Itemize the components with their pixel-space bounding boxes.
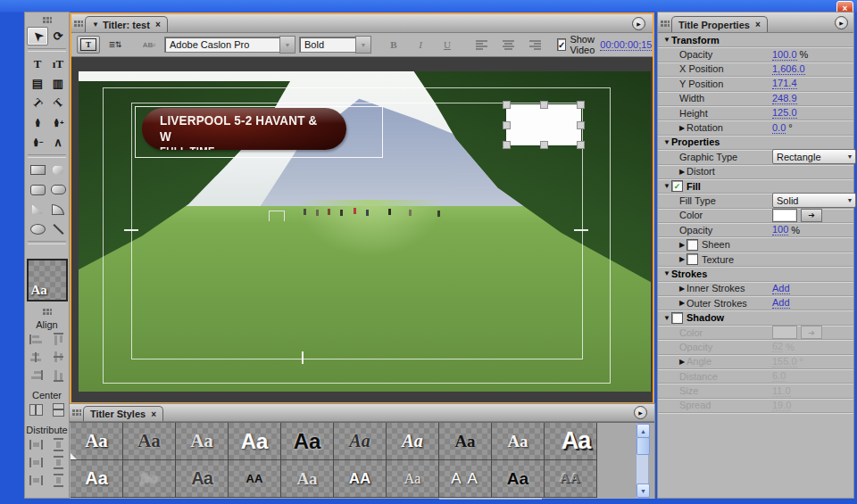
align-center-button[interactable]: [496, 36, 520, 54]
outer-strokes-disclosure-triangle[interactable]: ▶: [678, 299, 686, 307]
panel-grip[interactable]: [74, 21, 83, 28]
clipped-corner-rectangle-tool[interactable]: [47, 161, 69, 179]
rounded-corner-rectangle-tool[interactable]: [27, 180, 48, 199]
inner-strokes-add-link[interactable]: Add: [772, 283, 790, 294]
selected-rectangle-object[interactable]: [506, 104, 581, 145]
shadow-section-disclosure-triangle[interactable]: ▼: [662, 314, 671, 322]
width-value[interactable]: 248.9: [772, 93, 797, 104]
style-swatch[interactable]: Aa: [71, 460, 123, 498]
style-swatch[interactable]: fba: [123, 460, 176, 498]
vertical-distribute-top-button[interactable]: [49, 438, 67, 451]
horizontal-align-right-button[interactable]: [27, 368, 45, 382]
titler-panel-menu-button[interactable]: ▶: [632, 17, 645, 30]
bold-button[interactable]: B: [382, 36, 405, 54]
font-style-combo[interactable]: Bold ▼: [299, 37, 371, 53]
horizontal-distribute-center-button[interactable]: [27, 456, 45, 469]
strokes-section-disclosure-triangle[interactable]: ▼: [662, 269, 671, 277]
panel-grip[interactable]: [43, 17, 52, 24]
scrollbar-thumb[interactable]: [637, 437, 650, 455]
style-swatch[interactable]: AA: [545, 460, 597, 498]
distort-disclosure-triangle[interactable]: ▶: [678, 168, 686, 176]
fill-opacity-value[interactable]: 100: [772, 224, 788, 235]
y-position-value[interactable]: 171.4: [772, 78, 797, 89]
vertical-align-center-button[interactable]: [49, 351, 67, 364]
current-style-preview[interactable]: Aa: [27, 259, 68, 302]
resize-handle-w[interactable]: [503, 121, 511, 129]
rotation-disclosure-triangle[interactable]: ▶: [678, 124, 686, 132]
vertical-distribute-bottom-button[interactable]: [49, 474, 67, 487]
align-left-button[interactable]: [470, 36, 493, 54]
style-swatch[interactable]: Aa: [176, 423, 229, 460]
fill-section-disclosure-triangle[interactable]: ▼: [662, 182, 671, 190]
vertical-path-type-tool[interactable]: T: [47, 94, 69, 112]
selection-tool[interactable]: ➤: [27, 27, 48, 45]
style-swatch[interactable]: Aa: [176, 460, 229, 498]
video-frame[interactable]: LIVERPOOL 5-2 HAVANT & W FULL TIME: [79, 71, 651, 392]
style-swatch[interactable]: Aa: [71, 423, 123, 460]
fill-color-swatch[interactable]: [772, 209, 797, 222]
sheen-disclosure-triangle[interactable]: ▶: [678, 241, 686, 249]
line-tool[interactable]: [47, 219, 69, 238]
area-type-tool[interactable]: ▤: [27, 74, 48, 93]
templates-button[interactable]: AB c: [137, 36, 161, 54]
font-family-value[interactable]: Adobe Caslon Pro: [164, 37, 279, 53]
fill-color-eyedropper-button[interactable]: ➔: [801, 209, 822, 222]
properties-panel-menu-button[interactable]: ▶: [835, 16, 848, 29]
show-video-checkbox[interactable]: ✓: [557, 38, 566, 51]
horizontal-center-button[interactable]: [49, 403, 67, 417]
horizontal-align-left-button[interactable]: [27, 333, 45, 346]
font-style-value[interactable]: Bold: [299, 37, 355, 53]
panel-grip[interactable]: [661, 21, 670, 28]
titler-tab-close-icon[interactable]: ×: [155, 20, 161, 29]
horizontal-distribute-right-button[interactable]: [27, 474, 45, 487]
style-swatch[interactable]: Aa: [439, 423, 492, 460]
align-right-button[interactable]: [523, 36, 546, 54]
style-swatch[interactable]: AA: [334, 460, 387, 498]
properties-tab[interactable]: Title Properties ×: [671, 16, 768, 32]
rotation-tool[interactable]: ⟳: [47, 27, 69, 45]
x-position-value[interactable]: 1,606.0: [772, 63, 805, 75]
scroll-down-button[interactable]: ▼: [637, 483, 650, 498]
font-family-combo[interactable]: Adobe Caslon Pro ▼: [164, 37, 295, 53]
panel-grip[interactable]: [43, 309, 52, 316]
style-swatch[interactable]: A A: [439, 460, 492, 498]
style-swatch[interactable]: Aa: [123, 423, 176, 460]
vertical-center-button[interactable]: [27, 403, 45, 417]
vertical-align-top-button[interactable]: [49, 333, 67, 346]
style-swatch[interactable]: Aa: [387, 423, 439, 460]
style-swatch[interactable]: Aa: [281, 460, 334, 498]
style-swatch[interactable]: Aa: [492, 460, 545, 498]
roll-crawl-options-button[interactable]: ≡ ⇅: [104, 36, 127, 54]
texture-disclosure-triangle[interactable]: ▶: [678, 255, 686, 263]
style-swatch[interactable]: Aa: [387, 460, 439, 498]
vertical-distribute-center-button[interactable]: [49, 456, 67, 469]
titler-tab[interactable]: ▼ Titler: test ×: [85, 16, 168, 32]
rectangle-tool[interactable]: [27, 161, 48, 179]
resize-handle-sw[interactable]: [503, 141, 511, 149]
shadow-section-checkbox[interactable]: [671, 312, 683, 324]
properties-tab-close-icon[interactable]: ×: [755, 20, 761, 29]
convert-anchor-point-tool[interactable]: ∧: [47, 133, 69, 152]
italic-button[interactable]: I: [409, 36, 432, 54]
ellipse-tool[interactable]: [27, 219, 48, 238]
styles-tab-close-icon[interactable]: ×: [151, 409, 156, 419]
fill-section-checkbox[interactable]: ✓: [671, 180, 683, 192]
graphic-type-dropdown[interactable]: Rectangle▼: [772, 149, 856, 164]
horizontal-distribute-left-button[interactable]: [27, 438, 45, 451]
style-swatch[interactable]: AA: [229, 460, 281, 498]
sheen-checkbox[interactable]: [686, 239, 698, 251]
style-swatch[interactable]: Aa: [281, 423, 334, 460]
styles-panel-menu-button[interactable]: ▶: [634, 406, 647, 419]
resize-handle-n[interactable]: [540, 101, 548, 109]
horizontal-align-center-button[interactable]: [27, 351, 45, 364]
texture-checkbox[interactable]: [686, 253, 698, 265]
underline-button[interactable]: U: [436, 36, 459, 54]
transform-section-disclosure-triangle[interactable]: ▼: [662, 36, 671, 44]
path-type-tool[interactable]: T: [27, 94, 48, 112]
height-value[interactable]: 125.0: [772, 107, 797, 119]
shadow-angle-disclosure-triangle[interactable]: ▶: [678, 358, 686, 366]
timecode-value[interactable]: 00:00:00;15: [600, 39, 652, 51]
vertical-area-type-tool[interactable]: ▥: [47, 74, 69, 93]
delete-anchor-point-tool[interactable]: ✒−: [27, 133, 48, 152]
panel-grip[interactable]: [72, 409, 81, 417]
